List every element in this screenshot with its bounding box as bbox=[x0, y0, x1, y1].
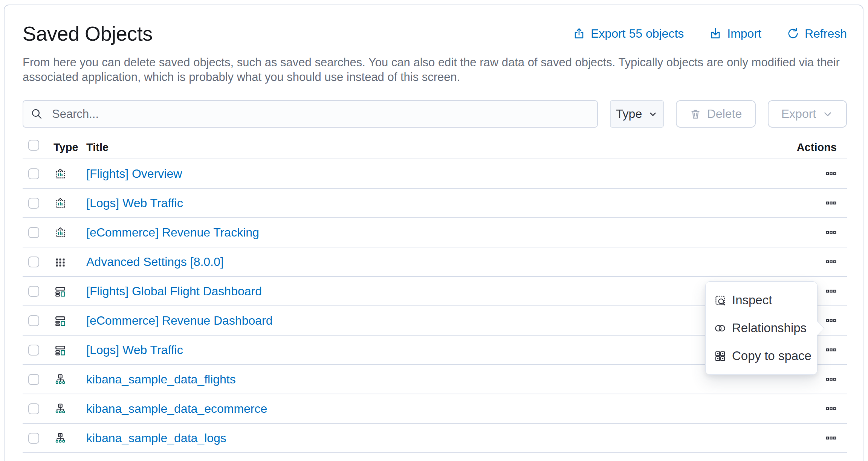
delete-label: Delete bbox=[707, 107, 742, 121]
saved-object-link[interactable]: kibana_sample_data_flights bbox=[86, 372, 236, 386]
chevron-down-icon bbox=[648, 109, 658, 119]
dashboard-icon bbox=[54, 285, 66, 298]
row-checkbox[interactable] bbox=[28, 315, 39, 326]
type-filter-label: Type bbox=[616, 107, 642, 121]
saved-object-link[interactable]: [Logs] Web Traffic bbox=[86, 196, 183, 210]
refresh-icon bbox=[787, 27, 799, 40]
row-checkbox[interactable] bbox=[28, 403, 39, 414]
menu-item-label: Inspect bbox=[732, 293, 772, 307]
table-header: Type Title Actions bbox=[23, 138, 847, 159]
column-header-actions: Actions bbox=[797, 141, 837, 154]
row-actions-button[interactable] bbox=[825, 403, 837, 414]
row-checkbox[interactable] bbox=[28, 286, 39, 297]
page-header: Saved Objects Export 55 objects Import R… bbox=[23, 22, 847, 45]
index-pattern-icon bbox=[54, 403, 66, 415]
column-header-type: Type bbox=[53, 141, 78, 154]
column-header-title: Title bbox=[86, 141, 108, 154]
row-actions-button[interactable] bbox=[825, 227, 837, 238]
canvas-workpad-icon bbox=[54, 197, 66, 209]
dashboard-icon bbox=[54, 344, 66, 356]
index-pattern-icon bbox=[54, 374, 66, 386]
saved-objects-panel: Saved Objects Export 55 objects Import R… bbox=[4, 5, 863, 461]
export-objects-link[interactable]: Export 55 objects bbox=[573, 27, 684, 41]
copy-to-space-icon bbox=[714, 350, 726, 362]
table-row: [Flights] Overview bbox=[23, 159, 847, 189]
saved-object-link[interactable]: [Flights] Global Flight Dashboard bbox=[86, 284, 262, 298]
table-row: Advanced Settings [8.0.0] bbox=[23, 247, 847, 277]
saved-object-link[interactable]: [Flights] Overview bbox=[86, 167, 182, 181]
row-actions-button[interactable] bbox=[825, 197, 837, 209]
row-checkbox[interactable] bbox=[28, 198, 39, 209]
inspect-icon bbox=[714, 294, 726, 307]
saved-object-link[interactable]: kibana_sample_data_ecommerce bbox=[86, 402, 267, 416]
saved-object-link[interactable]: Advanced Settings [8.0.0] bbox=[86, 255, 224, 269]
search-icon bbox=[31, 108, 43, 120]
chevron-down-icon bbox=[822, 108, 833, 120]
page-description: From here you can delete saved objects, … bbox=[23, 55, 847, 84]
import-icon bbox=[709, 27, 721, 40]
export-icon bbox=[573, 27, 585, 40]
page-title: Saved Objects bbox=[23, 22, 153, 45]
apps-icon bbox=[54, 256, 66, 268]
canvas-workpad-icon bbox=[54, 168, 66, 180]
menu-item-label: Copy to space bbox=[732, 349, 811, 363]
export-label: Export bbox=[781, 107, 816, 121]
saved-object-link[interactable]: [eCommerce] Revenue Dashboard bbox=[86, 314, 272, 328]
dashboard-icon bbox=[54, 315, 66, 327]
trash-icon bbox=[690, 108, 701, 120]
type-filter-button[interactable]: Type bbox=[610, 100, 664, 128]
row-actions-context-menu: Inspect Relationships Copy to space bbox=[705, 281, 818, 375]
menu-item-copy-to-space[interactable]: Copy to space bbox=[706, 342, 817, 370]
refresh-label: Refresh bbox=[805, 27, 847, 41]
header-actions: Export 55 objects Import Refresh bbox=[573, 27, 847, 41]
table-row: [Logs] Web Traffic bbox=[23, 189, 847, 218]
canvas-workpad-icon bbox=[54, 227, 66, 239]
search-placeholder: Search... bbox=[52, 107, 99, 121]
row-checkbox[interactable] bbox=[28, 168, 39, 179]
index-pattern-icon bbox=[54, 432, 66, 444]
row-checkbox[interactable] bbox=[28, 256, 39, 267]
row-actions-button[interactable] bbox=[825, 432, 837, 444]
export-button[interactable]: Export bbox=[768, 100, 847, 128]
row-actions-button[interactable] bbox=[825, 374, 837, 385]
table-row: kibana_sample_data_logs bbox=[23, 424, 847, 453]
saved-object-link[interactable]: [Logs] Web Traffic bbox=[86, 343, 183, 357]
row-actions-button[interactable] bbox=[825, 344, 837, 356]
menu-item-label: Relationships bbox=[732, 321, 807, 335]
delete-button[interactable]: Delete bbox=[676, 100, 756, 128]
saved-object-link[interactable]: [eCommerce] Revenue Tracking bbox=[86, 226, 259, 240]
row-checkbox[interactable] bbox=[28, 374, 39, 385]
import-label: Import bbox=[727, 27, 761, 41]
row-checkbox[interactable] bbox=[28, 433, 39, 444]
refresh-link[interactable]: Refresh bbox=[787, 27, 847, 41]
select-all-checkbox[interactable] bbox=[28, 140, 39, 151]
export-objects-label: Export 55 objects bbox=[591, 27, 684, 41]
table-row: kibana_sample_data_ecommerce bbox=[23, 394, 847, 424]
row-actions-button[interactable] bbox=[825, 315, 837, 326]
row-actions-button[interactable] bbox=[825, 285, 837, 297]
row-checkbox[interactable] bbox=[28, 345, 39, 356]
search-input[interactable]: Search... bbox=[23, 100, 598, 128]
import-link[interactable]: Import bbox=[709, 27, 761, 41]
menu-item-inspect[interactable]: Inspect bbox=[706, 286, 817, 314]
row-actions-button[interactable] bbox=[825, 168, 837, 179]
row-checkbox[interactable] bbox=[28, 227, 39, 238]
saved-object-link[interactable]: kibana_sample_data_logs bbox=[86, 431, 226, 445]
toolbar: Search... Type Delete Export bbox=[23, 100, 847, 128]
menu-item-relationships[interactable]: Relationships bbox=[706, 314, 817, 342]
table-row: [eCommerce] Revenue Tracking bbox=[23, 218, 847, 247]
row-actions-button[interactable] bbox=[825, 256, 837, 267]
relationships-icon bbox=[714, 322, 726, 334]
